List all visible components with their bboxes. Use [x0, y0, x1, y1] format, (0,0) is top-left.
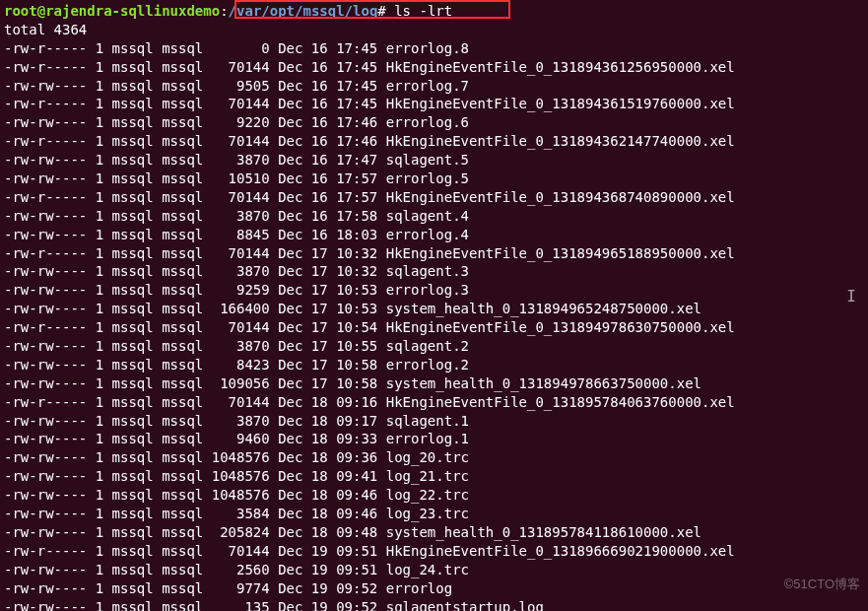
total-line: total 4364	[4, 22, 87, 37]
prompt-user-host: root@rajendra-sqllinuxdemo	[4, 3, 220, 19]
prompt-symbol: #	[377, 3, 385, 19]
watermark-text: ©51CTO博客	[784, 576, 860, 593]
file-listing: -rw-r----- 1 mssql mssql 0 Dec 16 17:45 …	[4, 40, 735, 611]
prompt-path: /var/opt/mssql/log	[229, 3, 378, 19]
text-cursor-icon: I	[846, 286, 856, 307]
command-text: ls -lrt	[394, 3, 452, 19]
prompt-colon: :	[220, 3, 228, 19]
terminal-output[interactable]: root@rajendra-sqllinuxdemo:/var/opt/mssq…	[4, 2, 864, 611]
